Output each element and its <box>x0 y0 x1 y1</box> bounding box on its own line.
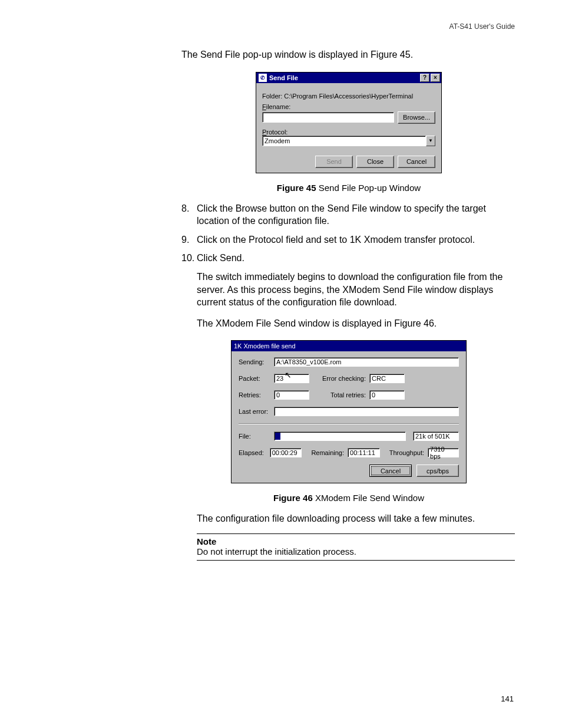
cancel-button[interactable]: Cancel <box>398 156 435 168</box>
xmodem-cancel-button[interactable]: Cancel <box>369 465 412 477</box>
xmodem-title: 1K Xmodem file send <box>234 342 465 350</box>
errchk-label: Error checking: <box>319 375 366 382</box>
protocol-label: Protocol: <box>262 129 435 136</box>
after-step-10-a: The switch immediately begins to downloa… <box>197 271 515 309</box>
filename-input[interactable] <box>262 112 394 123</box>
retries-label: Retries: <box>239 391 270 398</box>
totretries-value: 0 <box>369 390 405 400</box>
chevron-down-icon[interactable]: ▼ <box>426 136 435 146</box>
throughput-value: 7310 bps <box>428 448 459 457</box>
file-label: File: <box>239 433 270 440</box>
figure-46-caption: Figure 46 XModem File Send Window <box>181 493 516 503</box>
remaining-label: Remaining: <box>311 449 344 456</box>
note-text: Do not interrupt the initialization proc… <box>197 546 515 556</box>
protocol-select[interactable]: Zmodem <box>262 136 426 146</box>
figure-45-caption: Figure 45 Send File Pop-up Window <box>181 183 516 193</box>
file-progress-fill <box>275 433 280 440</box>
after-fig46-text: The configuration file downloading proce… <box>197 512 515 525</box>
file-progress-text: 21k of 501K <box>413 431 459 441</box>
lasterr-label: Last error: <box>239 408 270 415</box>
elapsed-label: Elapsed: <box>239 449 266 456</box>
close-icon[interactable]: × <box>431 74 440 82</box>
step-10: 10.Click Send. <box>181 252 516 265</box>
lasterr-value <box>274 407 459 416</box>
after-step-10-b: The XModem File Send window is displayed… <box>197 317 515 330</box>
folder-label: Folder: <box>262 93 284 100</box>
note-title: Note <box>197 536 515 546</box>
elapsed-value: 00:00:29 <box>270 448 302 457</box>
page-number: 141 <box>501 694 514 703</box>
sending-label: Sending: <box>239 358 270 365</box>
step-list: 8.Click the Browse button on the Send Fi… <box>181 202 516 265</box>
send-file-title: Send File <box>269 74 419 81</box>
xmodem-send-window: 1K Xmodem file send Sending: A:\AT8350_v… <box>231 340 467 483</box>
browse-button[interactable]: Browse... <box>398 111 435 124</box>
send-file-window: ✆ Send File ? × Folder: C:\Program Files… <box>256 72 442 173</box>
totretries-label: Total retries: <box>319 391 366 398</box>
sending-value: A:\AT8350_v100E.rom <box>274 357 459 367</box>
cpsbps-button[interactable]: cps/bps <box>416 465 459 477</box>
send-button[interactable]: Send <box>315 156 353 168</box>
header-guide-title: AT-S41 User's Guide <box>449 22 515 31</box>
remaining-value: 00:11:11 <box>348 448 380 457</box>
throughput-label: Throughput: <box>389 449 424 456</box>
errchk-value: CRC <box>369 374 405 383</box>
folder-path: C:\Program Files\Accessories\HyperTermin… <box>284 93 413 100</box>
intro-text-1: The Send File pop-up window is displayed… <box>181 48 516 61</box>
close-button[interactable]: Close <box>356 156 394 168</box>
packet-label: Packet: <box>239 375 270 382</box>
page-content: The Send File pop-up window is displayed… <box>181 48 516 561</box>
step-9: 9.Click on the Protocol field and set to… <box>181 233 516 246</box>
folder-line: Folder: C:\Program Files\Accessories\Hyp… <box>262 93 435 100</box>
note-box: Note Do not interrupt the initialization… <box>197 533 515 561</box>
file-progress <box>274 431 406 441</box>
separator <box>239 423 459 424</box>
step-8: 8.Click the Browse button on the Send Fi… <box>181 202 516 228</box>
send-file-titlebar: ✆ Send File ? × <box>256 73 441 83</box>
help-icon[interactable]: ? <box>420 74 429 82</box>
retries-value: 0 <box>274 390 309 400</box>
xmodem-titlebar: 1K Xmodem file send <box>232 341 466 351</box>
filename-label: Filename: <box>262 103 435 110</box>
packet-value: 23 <box>274 374 309 383</box>
send-file-app-icon: ✆ <box>259 74 267 82</box>
